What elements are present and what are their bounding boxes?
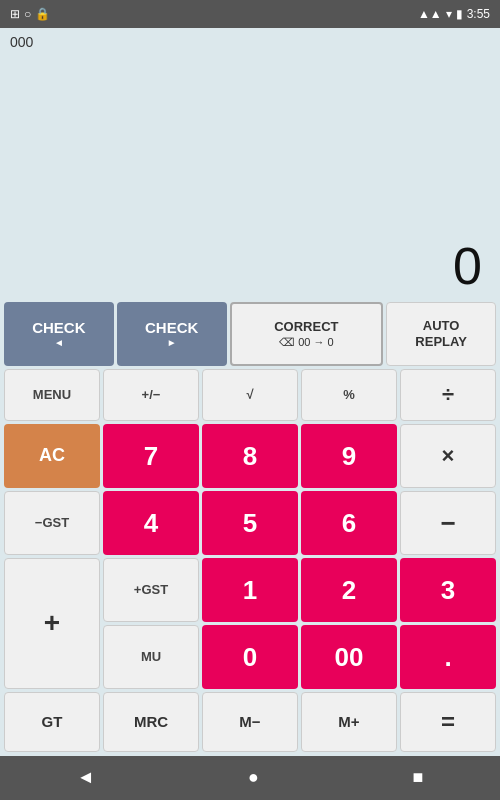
1-button[interactable]: 1 [202, 558, 298, 622]
top-row: CHECK ◄ CHECK ► CORRECT ⌫ 00 → 0 AUTO RE… [4, 302, 496, 366]
m-plus-button[interactable]: M+ [301, 692, 397, 752]
minus-button[interactable]: − [400, 491, 496, 555]
8-button[interactable]: 8 [202, 424, 298, 488]
m-minus-button[interactable]: M− [202, 692, 298, 752]
status-right: ▲▲ ▾ ▮ 3:55 [418, 7, 490, 21]
app-icon: ⊞ [10, 7, 20, 21]
replay-label: REPLAY [415, 335, 467, 349]
row-1: MENU +/− √ % ÷ [4, 369, 496, 421]
recent-button[interactable]: ■ [392, 760, 443, 796]
check-left-arrow: ◄ [54, 337, 64, 348]
correct-button[interactable]: CORRECT ⌫ 00 → 0 [230, 302, 384, 366]
row-2: AC 7 8 9 × [4, 424, 496, 488]
check-right-arrow: ► [167, 337, 177, 348]
time-display: 3:55 [467, 7, 490, 21]
bottom-nav: ◄ ● ■ [0, 756, 500, 800]
main-display: 0 [10, 240, 490, 292]
home-button[interactable]: ● [228, 760, 279, 796]
plus-button[interactable]: + [4, 558, 100, 689]
back-button[interactable]: ◄ [57, 760, 115, 796]
9-button[interactable]: 9 [301, 424, 397, 488]
00-button[interactable]: 00 [301, 625, 397, 689]
7-button[interactable]: 7 [103, 424, 199, 488]
check-left-label: CHECK [32, 320, 85, 337]
0-button[interactable]: 0 [202, 625, 298, 689]
gt-button[interactable]: GT [4, 692, 100, 752]
battery-icon: ▮ [456, 7, 463, 21]
plus-minus-button[interactable]: +/− [103, 369, 199, 421]
display-area: 000 0 [0, 28, 500, 298]
row-6: GT MRC M− M+ = [4, 692, 496, 752]
wifi-icon: ▾ [446, 7, 452, 21]
correct-label: CORRECT [274, 320, 338, 334]
row-3: −GST 4 5 6 − [4, 491, 496, 555]
dot-button[interactable]: . [400, 625, 496, 689]
mu-button[interactable]: MU [103, 625, 199, 689]
rows-4-5: +GST 1 2 3 + MU 0 00 . [4, 558, 496, 689]
6-button[interactable]: 6 [301, 491, 397, 555]
percent-button[interactable]: % [301, 369, 397, 421]
button-area: CHECK ◄ CHECK ► CORRECT ⌫ 00 → 0 AUTO RE… [0, 298, 500, 756]
check-right-button[interactable]: CHECK ► [117, 302, 227, 366]
circle-icon: ○ [24, 7, 31, 21]
divide-button[interactable]: ÷ [400, 369, 496, 421]
sqrt-button[interactable]: √ [202, 369, 298, 421]
check-left-button[interactable]: CHECK ◄ [4, 302, 114, 366]
4-button[interactable]: 4 [103, 491, 199, 555]
multiply-button[interactable]: × [400, 424, 496, 488]
equals-button[interactable]: = [400, 692, 496, 752]
2-button[interactable]: 2 [301, 558, 397, 622]
status-left: ⊞ ○ 🔒 [10, 7, 50, 21]
signal-icon: ▲▲ [418, 7, 442, 21]
minus-gst-button[interactable]: −GST [4, 491, 100, 555]
mrc-button[interactable]: MRC [103, 692, 199, 752]
plus-gst-button[interactable]: +GST [103, 558, 199, 622]
menu-button[interactable]: MENU [4, 369, 100, 421]
ac-button[interactable]: AC [4, 424, 100, 488]
tape-display: 000 [10, 34, 490, 240]
check-right-label: CHECK [145, 320, 198, 337]
auto-replay-button[interactable]: AUTO REPLAY [386, 302, 496, 366]
status-bar: ⊞ ○ 🔒 ▲▲ ▾ ▮ 3:55 [0, 0, 500, 28]
auto-label: AUTO [423, 319, 460, 333]
3-button[interactable]: 3 [400, 558, 496, 622]
5-button[interactable]: 5 [202, 491, 298, 555]
lock-icon: 🔒 [35, 7, 50, 21]
correct-sub: ⌫ 00 → 0 [279, 336, 334, 348]
